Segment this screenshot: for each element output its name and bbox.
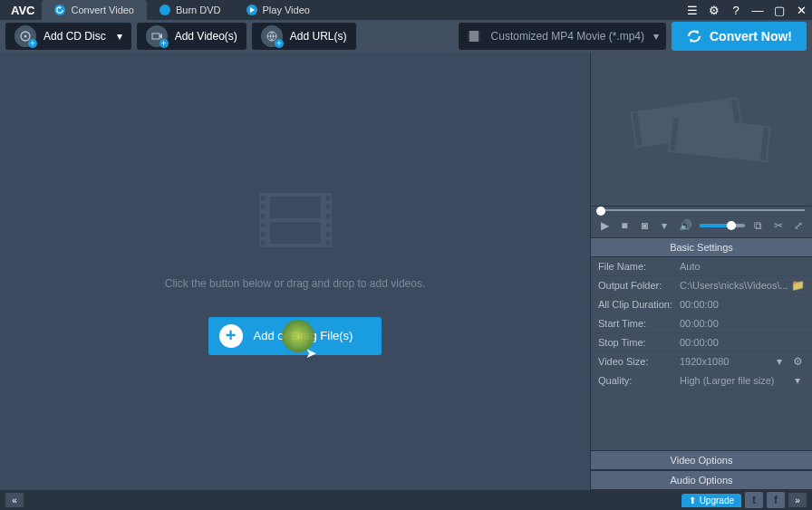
row-stop-time: Stop Time: 00:00:00 <box>591 333 812 352</box>
video-add-icon <box>146 25 168 47</box>
toolbar: Add CD Disc ▾ Add Video(s) Add URL(s) Cu… <box>0 20 812 53</box>
value[interactable]: 00:00:00 <box>680 337 805 348</box>
tab-label: Play Video <box>263 5 310 15</box>
value: 00:00:00 <box>680 299 805 310</box>
value[interactable]: 1920x1080 <box>680 356 772 367</box>
svg-rect-11 <box>261 205 265 209</box>
preview-area <box>591 53 812 207</box>
svg-rect-12 <box>261 214 265 218</box>
label: Stop Time: <box>598 337 680 348</box>
svg-rect-14 <box>261 232 265 236</box>
button-label: Convert Now! <box>710 29 792 43</box>
svg-rect-2 <box>152 34 160 39</box>
tab-convert-video[interactable]: Convert Video <box>42 0 147 20</box>
chevron-down-icon: ▾ <box>117 30 122 43</box>
playback-controls: ▶ ■ ◙ ▾ 🔊 ⧉ ✂ ⤢ <box>591 214 812 237</box>
svg-rect-9 <box>324 193 332 247</box>
plus-icon: + <box>219 324 243 348</box>
convert-now-button[interactable]: Convert Now! <box>672 22 807 51</box>
snapshot-button[interactable]: ◙ <box>638 218 651 233</box>
globe-add-icon <box>261 25 283 47</box>
minimize-icon[interactable]: — <box>750 3 765 17</box>
upgrade-button[interactable]: ⬆ Upgrade <box>682 494 741 507</box>
label: Output Folder: <box>598 280 680 291</box>
svg-rect-22 <box>270 197 321 218</box>
svg-rect-10 <box>261 196 265 200</box>
app-logo: AVC <box>4 4 42 17</box>
row-start-time: Start Time: 00:00:00 <box>591 314 812 333</box>
seek-bar[interactable] <box>591 207 812 214</box>
close-icon[interactable]: ✕ <box>794 3 808 17</box>
refresh-icon <box>54 5 65 15</box>
value[interactable]: Auto <box>680 261 805 272</box>
basic-settings-header[interactable]: Basic Settings <box>591 237 812 257</box>
tab-label: Convert Video <box>71 5 134 15</box>
format-label: Customized MP4 Movie (*.mp4) <box>491 30 644 43</box>
svg-rect-23 <box>270 222 321 244</box>
gear-icon[interactable]: ⚙ <box>790 354 805 369</box>
row-file-name: File Name: Auto <box>591 257 812 276</box>
add-cd-disc-button[interactable]: Add CD Disc ▾ <box>5 23 131 50</box>
add-or-drag-files-button[interactable]: + Add or Drag File(s) ➤ <box>208 317 382 355</box>
titlebar: AVC Convert Video Burn DVD Play Video ☰ … <box>0 0 812 20</box>
filmstrip-placeholder-icon <box>259 188 332 252</box>
row-all-clip-duration: All Clip Duration: 00:00:00 <box>591 295 812 314</box>
play-button[interactable]: ▶ <box>598 218 611 233</box>
label: All Clip Duration: <box>598 299 680 310</box>
video-options-header[interactable]: Video Options <box>591 450 812 470</box>
upgrade-icon: ⬆ <box>689 496 696 505</box>
settings-icon[interactable]: ⚙ <box>707 3 721 17</box>
value[interactable]: 00:00:00 <box>680 318 805 329</box>
value[interactable]: High (Larger file size) <box>680 375 790 386</box>
chevron-down-icon[interactable]: ▾ <box>658 218 671 233</box>
facebook-icon[interactable]: f <box>767 492 785 508</box>
main-area: Click the button below or drag and drop … <box>0 53 812 490</box>
chevron-down-icon: ▾ <box>653 30 659 43</box>
add-urls-button[interactable]: Add URL(s) <box>252 23 356 50</box>
disc-add-icon <box>14 25 36 47</box>
svg-rect-17 <box>326 205 330 209</box>
link-icon[interactable]: ⧉ <box>752 218 765 233</box>
expand-icon[interactable]: ⤢ <box>792 218 805 233</box>
basic-settings: File Name: Auto Output Folder: C:\Users\… <box>591 257 812 390</box>
options-icon[interactable]: ☰ <box>685 3 700 17</box>
label: Quality: <box>598 375 680 386</box>
drop-stage[interactable]: Click the button below or drag and drop … <box>0 53 591 490</box>
row-video-size: Video Size: 1920x1080 ▾⚙ <box>591 352 812 371</box>
svg-rect-18 <box>326 214 330 218</box>
stop-button[interactable]: ■ <box>618 218 631 233</box>
svg-rect-4 <box>468 31 480 42</box>
svg-point-1 <box>24 35 27 38</box>
expand-left-icon[interactable]: « <box>5 493 24 507</box>
svg-rect-19 <box>326 223 330 227</box>
svg-rect-8 <box>259 193 266 247</box>
chevron-down-icon[interactable]: ▾ <box>772 354 787 369</box>
value[interactable]: C:\Users\nicks\Videos\... <box>680 280 790 291</box>
expand-right-icon[interactable]: » <box>788 493 807 507</box>
cut-icon[interactable]: ✂ <box>772 218 785 233</box>
svg-rect-27 <box>668 115 771 161</box>
add-videos-button[interactable]: Add Video(s) <box>137 23 246 50</box>
svg-rect-6 <box>478 31 480 42</box>
button-label: Add URL(s) <box>290 30 347 43</box>
tab-play-video[interactable]: Play Video <box>234 0 323 20</box>
volume-slider[interactable] <box>700 224 745 227</box>
seek-thumb[interactable] <box>596 207 605 216</box>
help-icon[interactable]: ? <box>729 3 743 17</box>
svg-rect-5 <box>468 31 469 42</box>
label: Video Size: <box>598 356 680 367</box>
tab-label: Burn DVD <box>176 5 221 15</box>
svg-rect-13 <box>261 223 265 227</box>
volume-icon[interactable]: 🔊 <box>679 218 692 233</box>
film-icon <box>466 28 482 44</box>
chevron-down-icon[interactable]: ▾ <box>790 373 805 388</box>
tab-burn-dvd[interactable]: Burn DVD <box>147 0 234 20</box>
svg-rect-20 <box>326 232 330 236</box>
maximize-icon[interactable]: ▢ <box>772 3 787 17</box>
audio-options-header[interactable]: Audio Options <box>591 470 812 490</box>
browse-folder-icon[interactable]: 📁 <box>790 278 805 293</box>
label: File Name: <box>598 261 680 272</box>
twitter-icon[interactable]: t <box>745 492 763 508</box>
output-format-select[interactable]: Customized MP4 Movie (*.mp4) ▾ <box>459 23 666 50</box>
svg-rect-21 <box>326 241 330 245</box>
